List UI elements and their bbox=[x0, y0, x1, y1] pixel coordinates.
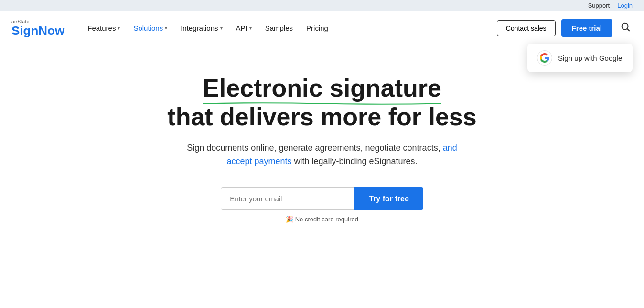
nav-actions: Contact sales Free trial bbox=[497, 19, 633, 37]
nav-solutions[interactable]: Solutions ▾ bbox=[128, 20, 173, 36]
svg-line-1 bbox=[627, 29, 629, 31]
hero-title-line2: that delivers more for less bbox=[167, 103, 476, 131]
google-signup-label: Sign up with Google bbox=[558, 54, 622, 62]
nav-samples[interactable]: Samples bbox=[259, 20, 299, 36]
navbar: airSlate SignNow Features ▾ Solutions ▾ … bbox=[0, 11, 644, 45]
chevron-down-icon: ▾ bbox=[249, 25, 252, 31]
nav-links: Features ▾ Solutions ▾ Integrations ▾ AP… bbox=[82, 20, 497, 36]
hero-subtitle: Sign documents online, generate agreemen… bbox=[174, 141, 470, 169]
hero-title-line1: Electronic signature bbox=[203, 74, 441, 103]
hero-form: Try for free bbox=[221, 187, 423, 210]
google-logo-icon bbox=[537, 50, 552, 66]
search-icon[interactable] bbox=[618, 20, 633, 36]
chevron-down-icon: ▾ bbox=[118, 25, 120, 31]
free-trial-button[interactable]: Free trial bbox=[561, 19, 612, 37]
no-credit-label: 🎉 No credit card required bbox=[286, 216, 358, 223]
login-link[interactable]: Login bbox=[617, 2, 633, 9]
top-bar: Support Login bbox=[0, 0, 644, 11]
nav-integrations[interactable]: Integrations ▾ bbox=[175, 20, 228, 36]
contact-sales-button[interactable]: Contact sales bbox=[497, 20, 556, 36]
support-link[interactable]: Support bbox=[588, 2, 610, 9]
logo-signnow: SignNow bbox=[11, 24, 64, 37]
nav-pricing[interactable]: Pricing bbox=[301, 20, 334, 36]
nav-api[interactable]: API ▾ bbox=[230, 20, 258, 36]
hero-section: Electronic signature that delivers more … bbox=[0, 45, 644, 242]
no-credit-emoji: 🎉 bbox=[286, 216, 293, 223]
hero-subtitle-blue: and accept payments bbox=[226, 143, 457, 166]
nav-features[interactable]: Features ▾ bbox=[82, 20, 126, 36]
try-for-free-button[interactable]: Try for free bbox=[354, 187, 423, 210]
hero-title: Electronic signature that delivers more … bbox=[167, 74, 476, 132]
logo[interactable]: airSlate SignNow bbox=[11, 19, 64, 37]
email-input[interactable] bbox=[221, 187, 354, 210]
green-underline-decoration bbox=[203, 102, 441, 105]
chevron-down-icon: ▾ bbox=[220, 25, 223, 31]
chevron-down-icon: ▾ bbox=[165, 25, 167, 31]
google-signup-dropdown[interactable]: Sign up with Google bbox=[527, 44, 633, 72]
